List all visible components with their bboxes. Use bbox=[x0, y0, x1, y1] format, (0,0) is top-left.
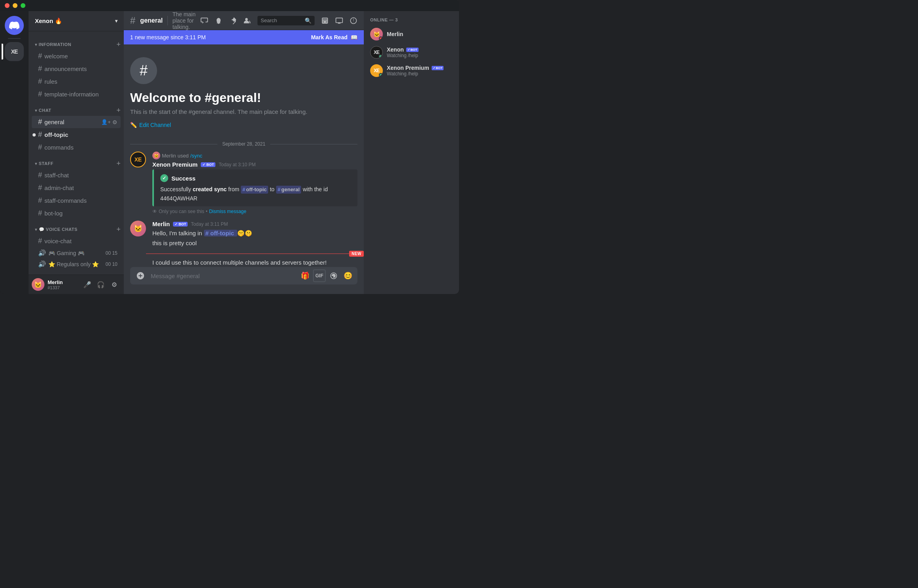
search-bar[interactable]: 🔍 bbox=[257, 16, 315, 25]
channel-pill-from[interactable]: # off-topic bbox=[241, 186, 268, 194]
voice-item-regulars[interactable]: 🔊 ⭐ Regulars only ⭐ 00 10 bbox=[32, 259, 121, 269]
add-channel-voice-button[interactable]: + bbox=[116, 226, 121, 233]
channel-item-bot-log[interactable]: # bot-log bbox=[32, 207, 121, 219]
channel-mention-off-topic[interactable]: # off-topic bbox=[204, 230, 238, 236]
message-2-content: Merlin ✓ BOT Today at 3:11 PM Hello, I'm… bbox=[152, 221, 357, 267]
channel-item-admin-chat[interactable]: # admin-chat bbox=[32, 182, 121, 194]
message-input-box: 🎁 GIF 😊 bbox=[130, 267, 357, 284]
voice-item-gaming[interactable]: 🔊 🎮 Gaming 🎮 00 15 bbox=[32, 248, 121, 258]
banner-text: 1 new message since 3:11 PM bbox=[130, 34, 206, 40]
user-info: Merlin #1337 bbox=[48, 279, 78, 290]
voice-count-regulars: 00 10 bbox=[106, 261, 117, 267]
channel-item-announcements[interactable]: # announcements bbox=[32, 63, 121, 75]
eye-icon: 👁 bbox=[152, 209, 157, 214]
add-member-icon[interactable]: 👤+ bbox=[101, 119, 111, 125]
threads-icon[interactable] bbox=[200, 17, 208, 25]
dismiss-button[interactable]: Dismiss message bbox=[209, 209, 246, 214]
channel-item-staff-chat[interactable]: # staff-chat bbox=[32, 169, 121, 181]
hash-icon: # bbox=[38, 171, 42, 179]
caret-icon: ▾ bbox=[35, 108, 37, 113]
gif-button[interactable]: GIF bbox=[313, 269, 326, 282]
member-name-xenon-premium: Xenon Premium ✓BOT bbox=[387, 65, 453, 71]
add-channel-information-button[interactable]: + bbox=[116, 41, 121, 48]
server-header[interactable]: Xenon 🔥 ▾ bbox=[29, 11, 124, 31]
book-icon: 📖 bbox=[351, 34, 357, 40]
pill-channel-from: off-topic bbox=[246, 186, 267, 194]
xenon-status-text: Watching /help bbox=[387, 53, 453, 58]
banner-action-label: Mark As Read bbox=[311, 34, 348, 40]
members-icon[interactable] bbox=[243, 17, 251, 25]
new-badge-line bbox=[146, 254, 349, 254]
category-staff-header[interactable]: ▾ STAFF + bbox=[29, 160, 124, 169]
check-icon-sm: ✓ bbox=[433, 66, 436, 70]
category-information-header[interactable]: ▾ INFORMATION + bbox=[29, 41, 124, 50]
monitor-icon[interactable] bbox=[335, 17, 343, 25]
hash-icon: # bbox=[38, 131, 42, 139]
voice-name-regulars: ⭐ Regulars only ⭐ bbox=[48, 261, 103, 267]
used-text: used bbox=[177, 153, 188, 159]
channel-item-staff-commands[interactable]: # staff-commands bbox=[32, 194, 121, 207]
channel-item-welcome[interactable]: # welcome bbox=[32, 50, 121, 62]
deafen-button[interactable]: 🎧 bbox=[94, 278, 107, 291]
check-icon-sm: ✓ bbox=[407, 48, 410, 52]
category-chat-header[interactable]: ▾ CHAT + bbox=[29, 107, 124, 115]
channel-name-staff-chat: staff-chat bbox=[44, 172, 117, 179]
channel-item-voice-chat[interactable]: # voice-chat bbox=[32, 235, 121, 247]
channel-item-template-information[interactable]: # template-information bbox=[32, 88, 121, 100]
inbox-icon[interactable] bbox=[321, 17, 329, 25]
category-voice-chats-header[interactable]: ▾ 💬 VOICE CHATS + bbox=[29, 226, 124, 234]
minimize-button[interactable] bbox=[13, 3, 17, 8]
channel-name-welcome: welcome bbox=[44, 53, 117, 60]
channel-name-general: general bbox=[44, 119, 99, 125]
message-input-area: 🎁 GIF 😊 bbox=[124, 267, 364, 294]
main-chat-area: # general The main place for talking. bbox=[124, 11, 364, 294]
message-input-actions: 🎁 GIF 😊 bbox=[299, 269, 354, 282]
gift-button[interactable]: 🎁 bbox=[299, 269, 311, 282]
member-item-xenon[interactable]: XE Xenon ✓BOT Watching /help bbox=[367, 44, 456, 61]
member-status-xenon-premium bbox=[379, 73, 383, 77]
xenon-server-icon[interactable]: XE bbox=[5, 42, 24, 61]
sticker-button[interactable] bbox=[327, 269, 340, 282]
channel-intro-description: This is the start of the #general channe… bbox=[130, 108, 357, 115]
maximize-button[interactable] bbox=[21, 3, 25, 8]
channel-item-general[interactable]: # general 👤+ ⚙ bbox=[32, 116, 121, 128]
member-item-merlin[interactable]: 🐱 Merlin bbox=[367, 25, 456, 43]
channel-item-rules[interactable]: # rules bbox=[32, 75, 121, 88]
mute-button[interactable]: 🎤 bbox=[81, 278, 94, 291]
channel-actions-general: 👤+ ⚙ bbox=[101, 119, 117, 125]
notification-icon[interactable] bbox=[215, 17, 223, 25]
pinned-icon[interactable] bbox=[229, 17, 237, 25]
channel-item-off-topic[interactable]: # off-topic bbox=[32, 129, 121, 141]
msg-2-line3: I could use this to connect multiple cha… bbox=[152, 258, 357, 267]
add-channel-chat-button[interactable]: + bbox=[116, 107, 121, 114]
edit-channel-button[interactable]: ✏️ Edit Channel bbox=[130, 122, 171, 128]
channel-item-commands[interactable]: # commands bbox=[32, 141, 121, 154]
attach-button[interactable] bbox=[133, 267, 148, 284]
channel-pill-to[interactable]: # general bbox=[276, 186, 301, 194]
member-item-xenon-premium[interactable]: XE Xenon Premium ✓BOT Watching /help bbox=[367, 62, 456, 79]
embed-description: Successfully created sync from # off-top… bbox=[160, 185, 351, 194]
message-input-field[interactable] bbox=[151, 268, 296, 284]
channel-name-off-topic: off-topic bbox=[44, 131, 117, 138]
emoji-button[interactable]: 😊 bbox=[342, 269, 354, 282]
pencil-icon: ✏️ bbox=[130, 122, 137, 128]
settings-icon[interactable]: ⚙ bbox=[112, 119, 117, 125]
pill-channel-to: general bbox=[281, 186, 300, 194]
header-channel-name: general bbox=[140, 17, 163, 24]
settings-button[interactable]: ⚙ bbox=[108, 278, 121, 291]
discord-home-button[interactable] bbox=[5, 16, 24, 35]
hash-icon: # bbox=[38, 52, 42, 60]
add-channel-staff-button[interactable]: + bbox=[116, 160, 121, 167]
search-input[interactable] bbox=[261, 17, 302, 23]
channel-intro-title: Welcome to #general! bbox=[130, 90, 357, 105]
close-button[interactable] bbox=[5, 3, 10, 8]
hash-icon: # bbox=[38, 209, 42, 217]
channel-name-voice-chat: voice-chat bbox=[44, 238, 117, 244]
hash-icon: # bbox=[38, 196, 42, 205]
mark-as-read-button[interactable]: Mark As Read 📖 bbox=[311, 34, 357, 40]
channel-name-admin-chat: admin-chat bbox=[44, 184, 117, 191]
msg-2-timestamp: Today at 3:11 PM bbox=[191, 221, 228, 227]
pill-hash-icon-2: # bbox=[278, 186, 280, 194]
help-icon[interactable] bbox=[350, 17, 357, 25]
msg-2-emoji: 🤫 bbox=[237, 230, 245, 236]
